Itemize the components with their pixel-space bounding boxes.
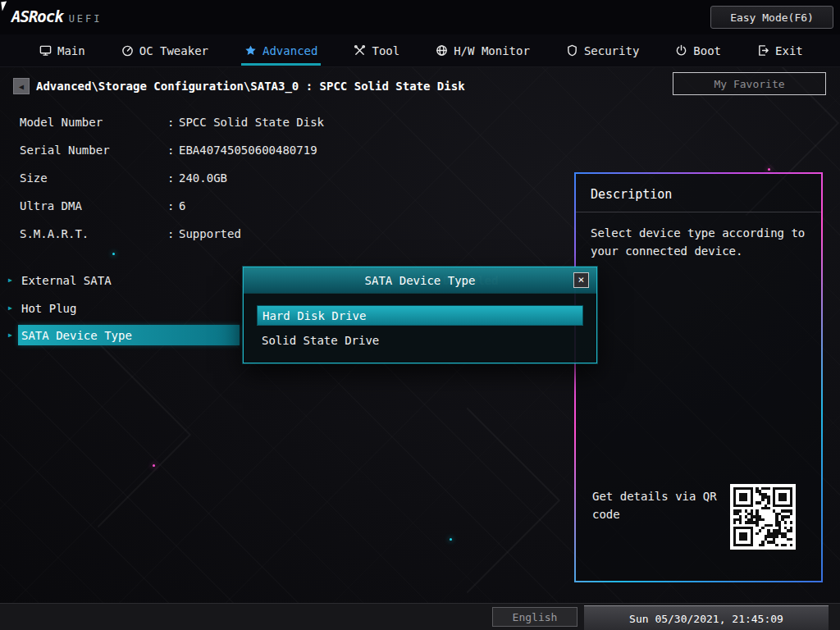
tab-boot[interactable]: Boot xyxy=(675,34,721,67)
separator xyxy=(576,212,821,212)
option-solid-state-drive[interactable]: Solid State Drive xyxy=(257,330,583,350)
language-button[interactable]: English xyxy=(492,607,578,627)
option-hard-disk-drive[interactable]: Hard Disk Drive xyxy=(257,305,583,326)
info-row: Model Number : SPCC Solid State Disk xyxy=(20,108,479,136)
active-tab-underline xyxy=(241,63,321,66)
shield-icon xyxy=(566,44,578,57)
tools-icon xyxy=(354,44,366,57)
uefi-screen: ASRock UEFI Easy Mode(F6) Main OC Tweake… xyxy=(0,0,840,630)
dialog-body: Hard Disk Drive Solid State Drive xyxy=(244,294,596,350)
back-arrow-icon: ◀ xyxy=(19,82,24,91)
power-icon xyxy=(675,44,687,57)
info-value: 6 xyxy=(179,199,185,212)
info-colon: : xyxy=(167,116,179,129)
tab-label: Advanced xyxy=(262,44,317,57)
monitor-icon xyxy=(39,44,52,57)
item-marker-icon: ▶ xyxy=(8,331,12,339)
tab-tool[interactable]: Tool xyxy=(354,34,399,67)
sata-device-type-dialog: SATA Device Type × Hard Disk Drive Solid… xyxy=(243,267,597,363)
qr-code xyxy=(730,484,796,550)
tab-advanced[interactable]: Advanced xyxy=(244,34,317,67)
exit-icon xyxy=(757,44,769,57)
setting-label: External SATA xyxy=(21,274,112,287)
tab-oc-tweaker[interactable]: OC Tweaker xyxy=(121,34,208,67)
back-button[interactable]: ◀ xyxy=(13,78,30,94)
bg-chevron xyxy=(375,408,560,593)
mouse-cursor-icon xyxy=(1,2,7,11)
tab-main[interactable]: Main xyxy=(39,34,85,67)
tab-label: H/W Monitor xyxy=(454,44,530,57)
info-colon: : xyxy=(167,199,179,212)
dialog-title: SATA Device Type xyxy=(365,274,476,287)
tab-label: Boot xyxy=(693,44,721,57)
item-marker-icon: ▶ xyxy=(8,276,12,284)
glow-dot xyxy=(768,168,770,171)
item-marker-icon: ▶ xyxy=(8,304,12,312)
tab-label: Exit xyxy=(775,44,803,57)
info-value: 240.0GB xyxy=(179,171,227,185)
setting-sata-device-type[interactable]: ▶ SATA Device Type xyxy=(0,325,238,345)
glow-dot xyxy=(153,464,155,467)
tab-hw-monitor[interactable]: H/W Monitor xyxy=(436,34,530,67)
bg-chevron xyxy=(6,342,191,527)
easy-mode-button[interactable]: Easy Mode(F6) xyxy=(710,6,833,29)
close-button[interactable]: × xyxy=(573,272,589,288)
info-label: Model Number xyxy=(20,116,167,129)
asrock-logo: ASRock UEFI xyxy=(11,7,103,25)
description-body: Select device type according to your con… xyxy=(591,224,806,260)
info-row: Serial Number : EBA40745050600480719 xyxy=(20,136,479,164)
info-colon: : xyxy=(167,227,179,240)
setting-label: SATA Device Type xyxy=(21,329,132,342)
info-label: Size xyxy=(20,171,167,185)
globe-icon xyxy=(436,44,448,57)
tab-label: OC Tweaker xyxy=(139,44,208,57)
my-favorite-button[interactable]: My Favorite xyxy=(673,72,826,95)
tab-label: Security xyxy=(584,44,639,57)
info-label: S.M.A.R.T. xyxy=(20,227,167,240)
description-panel: Description Select device type according… xyxy=(574,172,823,582)
device-info: Model Number : SPCC Solid State Disk Ser… xyxy=(20,108,479,248)
info-value: Supported xyxy=(179,227,241,240)
nav-bar: Main OC Tweaker Advanced Tool H/W Monito… xyxy=(0,34,840,67)
breadcrumb: Advanced\Storage Configuration\SATA3_0 :… xyxy=(36,80,465,93)
star-icon xyxy=(244,44,257,57)
logo-uefi-text: UEFI xyxy=(69,13,103,25)
setting-label: Hot Plug xyxy=(21,302,76,315)
info-colon: : xyxy=(167,144,179,157)
glow-dot xyxy=(450,538,452,541)
gauge-icon xyxy=(121,44,134,57)
datetime-display: Sun 05/30/2021, 21:45:09 xyxy=(584,605,829,630)
info-row: S.M.A.R.T. : Supported xyxy=(20,220,479,248)
info-value: EBA40745050600480719 xyxy=(179,144,317,157)
close-icon: × xyxy=(578,273,585,285)
tab-security[interactable]: Security xyxy=(566,34,639,67)
tab-label: Main xyxy=(57,44,85,57)
info-label: Serial Number xyxy=(20,144,167,157)
info-row: Size : 240.0GB xyxy=(20,164,479,192)
info-colon: : xyxy=(167,171,179,185)
glow-dot xyxy=(112,253,115,255)
info-value: SPCC Solid State Disk xyxy=(179,116,324,129)
tab-exit[interactable]: Exit xyxy=(757,34,803,67)
description-title: Description xyxy=(591,187,806,202)
status-bar: English Sun 05/30/2021, 21:45:09 xyxy=(0,603,840,630)
logo-brand-text: ASRock xyxy=(11,7,63,25)
setting-hot-plug[interactable]: ▶ Hot Plug xyxy=(0,298,238,318)
tab-label: Tool xyxy=(372,44,399,57)
info-row: Ultra DMA : 6 xyxy=(20,192,479,220)
info-label: Ultra DMA xyxy=(20,199,167,212)
dialog-header: SATA Device Type × xyxy=(244,267,596,294)
qr-caption: Get details via QR code xyxy=(592,487,728,523)
top-bar: ASRock UEFI Easy Mode(F6) xyxy=(0,0,840,34)
